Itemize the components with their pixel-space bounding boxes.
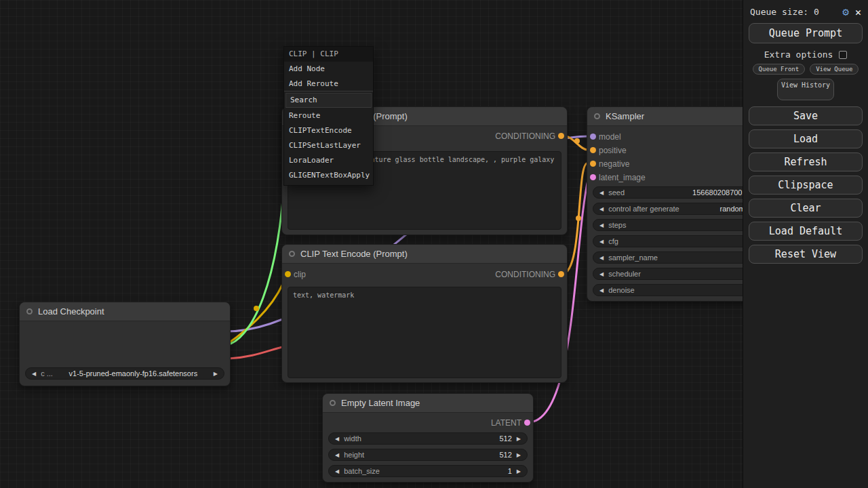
slot-positive-input[interactable]: positive [587,144,627,157]
collapse-dot-icon[interactable] [289,251,295,257]
widget-label: seed [608,188,625,197]
view-history-button[interactable]: View History [777,79,834,100]
increment-arrow-icon[interactable]: ▶ [517,468,521,474]
widget-value: 1 [508,467,512,475]
node-title: CLIP Text Encode (Prompt) [300,249,408,259]
widget-label: scheduler [608,270,641,278]
slot-label: clip [294,270,306,279]
node-title-bar[interactable]: Empty Latent Image [323,394,533,413]
slot-latent-output[interactable]: LATENT [491,416,533,430]
slot-label: model [599,132,621,142]
node-load-checkpoint[interactable]: Load Checkpoint MODEL CLIP VAE ◀ c ... v… [19,302,231,386]
latent-slot-dot-icon[interactable] [590,174,596,180]
context-menu-title: CLIP | CLIP [284,47,373,62]
conditioning-slot-dot-icon[interactable] [558,271,564,277]
clipspace-button[interactable]: Clipspace [749,176,863,195]
queue-front-button[interactable]: Queue Front [753,64,806,75]
decrement-arrow-icon[interactable]: ◀ [599,239,604,245]
extra-options-checkbox[interactable] [839,51,847,59]
negative-prompt-textarea[interactable]: text, watermark [288,287,561,378]
link-midpoint-dot [576,216,581,221]
node-title: Empty Latent Image [341,398,420,408]
menu-item-clipsetlastlayer[interactable]: CLIPSetLastLayer [284,138,373,153]
increment-arrow-icon[interactable]: ▶ [517,452,521,458]
slot-label: positive [599,146,627,155]
menu-item-reroute[interactable]: Reroute [284,108,373,123]
clear-button[interactable]: Clear [749,199,863,218]
close-icon[interactable]: ✕ [855,7,861,17]
link-midpoint-dot [574,138,580,144]
collapse-dot-icon[interactable] [594,113,600,119]
decrement-arrow-icon[interactable]: ◀ [32,371,36,377]
decrement-arrow-icon[interactable]: ◀ [335,468,339,474]
widget-value: 512 [499,434,511,443]
decrement-arrow-icon[interactable]: ◀ [599,206,604,212]
decrement-arrow-icon[interactable]: ◀ [599,190,604,196]
slot-conditioning-output[interactable]: CONDITIONING [495,268,567,281]
increment-arrow-icon[interactable]: ▶ [214,371,218,377]
load-button[interactable]: Load [749,129,863,148]
height-widget[interactable]: ◀ height 512 ▶ [328,449,528,461]
collapse-dot-icon[interactable] [330,400,336,406]
widget-label: sampler_name [608,253,658,262]
link-midpoint-dot [254,306,259,311]
decrement-arrow-icon[interactable]: ◀ [599,271,604,277]
conditioning-slot-dot-icon[interactable] [590,161,596,167]
ckpt-name-combo[interactable]: ◀ c ... v1-5-pruned-emaonly-fp16.safeten… [25,367,224,380]
widget-value: v1-5-pruned-emaonly-fp16.safetensors [58,369,209,378]
slot-label: negative [599,159,629,169]
node-empty-latent-image[interactable]: Empty Latent Image LATENT ◀ width 512 ▶ … [322,393,534,483]
wire-clip-dragging [226,136,286,345]
slot-label: CONDITIONING [495,270,555,279]
slot-model-input[interactable]: model [587,130,621,144]
widget-label: height [344,451,364,459]
settings-gear-icon[interactable]: ⚙ [842,7,849,17]
conditioning-slot-dot-icon[interactable] [558,133,564,139]
menu-item-gligentextboxapply[interactable]: GLIGENTextBoxApply [284,168,373,183]
comfyui-canvas[interactable]: { "colors": { "model": "#a48bd4", "clip"… [0,0,868,488]
menu-item-add-node[interactable]: Add Node [284,62,373,77]
node-clip-text-encode-negative[interactable]: CLIP Text Encode (Prompt) clip CONDITION… [281,244,568,383]
slot-label: latent_image [599,173,646,182]
node-title-bar[interactable]: Load Checkpoint [20,302,230,321]
widget-value: 512 [499,451,511,459]
queue-prompt-button[interactable]: Queue Prompt [749,23,863,43]
save-button[interactable]: Save [749,106,863,125]
widget-label: c ... [41,369,53,378]
menu-item-cliptextencode[interactable]: CLIPTextEncode [284,123,373,138]
reset-view-button[interactable]: Reset View [749,245,863,264]
decrement-arrow-icon[interactable]: ◀ [599,255,604,261]
model-slot-dot-icon[interactable] [590,134,596,140]
conditioning-slot-dot-icon[interactable] [590,147,596,153]
comfy-menu-panel: Queue size: 0 ⚙ ✕ Queue Prompt Extra opt… [743,0,868,488]
menu-item-loraloader[interactable]: LoraLoader [284,153,373,168]
widget-label: width [344,434,361,443]
increment-arrow-icon[interactable]: ▶ [517,436,521,442]
view-queue-button[interactable]: View Queue [810,64,859,75]
slot-label: LATENT [491,418,521,428]
queue-size-label: Queue size: 0 [750,7,819,17]
slot-negative-input[interactable]: negative [587,157,629,171]
node-title-bar[interactable]: CLIP Text Encode (Prompt) [282,245,567,264]
slot-conditioning-output[interactable]: CONDITIONING [495,129,567,143]
batch-size-widget[interactable]: ◀ batch_size 1 ▶ [328,465,528,477]
collapse-dot-icon[interactable] [26,308,33,314]
slot-clip-input[interactable]: clip [282,268,306,281]
slot-latent-image-input[interactable]: latent_image [587,171,646,184]
widget-label: control after generate [608,205,679,213]
widget-label: cfg [608,237,618,245]
widget-label: batch_size [344,467,380,475]
decrement-arrow-icon[interactable]: ◀ [599,287,604,293]
clip-slot-dot-icon[interactable] [285,271,291,277]
menu-item-add-reroute[interactable]: Add Reroute [284,77,373,92]
refresh-button[interactable]: Refresh [749,152,863,171]
load-default-button[interactable]: Load Default [749,222,863,241]
decrement-arrow-icon[interactable]: ◀ [335,452,339,458]
decrement-arrow-icon[interactable]: ◀ [335,436,339,442]
link-release-context-menu: CLIP | CLIP Add Node Add Reroute Search … [283,46,374,186]
menu-search-input[interactable]: Search [285,93,372,108]
extra-options-label: Extra options [764,49,833,60]
decrement-arrow-icon[interactable]: ◀ [599,222,604,228]
width-widget[interactable]: ◀ width 512 ▶ [328,432,528,445]
latent-slot-dot-icon[interactable] [524,420,530,426]
